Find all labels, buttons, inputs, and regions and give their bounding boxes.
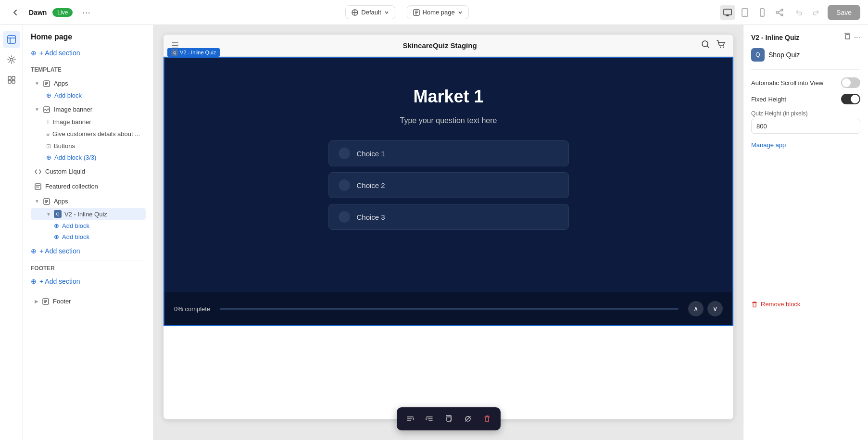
add-block-plus-icon: ⊕	[54, 222, 59, 229]
add-section-top-button[interactable]: ⊕ + Add section	[31, 47, 80, 59]
undo-button[interactable]	[791, 5, 806, 20]
svg-rect-2	[724, 9, 731, 15]
save-button[interactable]: Save	[828, 5, 860, 20]
add-block-plus-icon: ⊕	[54, 233, 59, 240]
choice-label-3: Choice 3	[357, 213, 385, 221]
add-section-plus-icon: ⊕	[31, 277, 37, 285]
browser-nav-icons	[701, 39, 726, 51]
toolbar-hide-button[interactable]	[460, 411, 476, 427]
sidebar-subitem-v2-inline-quiz[interactable]: ▼ Q V2 - Inline Quiz	[31, 208, 146, 220]
shop-quiz-row: Q Shop Quiz	[751, 48, 860, 70]
sidebar-item-featured-collection[interactable]: Featured collection	[31, 180, 146, 193]
toolbar-right-align-button[interactable]	[422, 411, 437, 427]
choice-option-2[interactable]: Choice 2	[328, 172, 569, 198]
shop-quiz-label: Shop Quiz	[768, 51, 800, 59]
progress-text: 0% complete	[174, 305, 210, 313]
shop-quiz-icon: Q	[751, 48, 765, 62]
sidebar-item-custom-liquid[interactable]: Custom Liquid	[31, 165, 146, 178]
desktop-view-button[interactable]	[720, 5, 735, 20]
add-block-v2-2-button[interactable]: ⊕ Add block	[54, 231, 93, 242]
topbar-right: Save	[720, 5, 860, 20]
share-view-button[interactable]	[772, 5, 787, 20]
panel-copy-button[interactable]	[843, 33, 851, 42]
footer-label: Footer	[31, 265, 146, 272]
footer-section: Footer ⊕ + Add section ▶ Footer	[31, 265, 146, 308]
quiz-section: Market 1 Type your question text here Ch…	[164, 57, 733, 326]
live-badge: Live	[52, 8, 73, 17]
panel-title: V2 - Inline Quiz	[751, 34, 799, 41]
svg-point-4	[744, 14, 745, 15]
topbar-left: Dawn Live ···	[8, 5, 94, 20]
theme-selector[interactable]: Default	[345, 5, 395, 19]
blocks-icon-button[interactable]	[3, 71, 20, 88]
section-tag-label: V2 - Inline Quiz	[180, 50, 216, 55]
browser-chrome: ☰ SkincareQuiz Staging Q	[164, 35, 733, 419]
toolbar-left-align-button[interactable]	[403, 411, 418, 427]
chevron-down-icon: ▼	[35, 199, 39, 204]
sidebar-item-featured-collection-label: Featured collection	[45, 183, 98, 190]
footer-add-section-button[interactable]: ⊕ + Add section	[31, 276, 80, 287]
mobile-view-button[interactable]	[755, 5, 770, 20]
remove-block-label: Remove block	[761, 301, 800, 308]
sidebar-item-footer[interactable]: ▶ Footer	[31, 295, 146, 308]
sidebar-subitem-buttons[interactable]: ⊡ Buttons	[31, 140, 146, 152]
progress-nav: ∧ ∨	[688, 301, 723, 316]
search-icon[interactable]	[701, 39, 710, 51]
svg-rect-18	[35, 184, 41, 189]
svg-point-7	[781, 9, 783, 11]
more-menu-button[interactable]: ···	[78, 5, 94, 20]
sidebar-item-apps-bottom-label: Apps	[54, 198, 68, 205]
add-block-apps-button[interactable]: ⊕ Add block	[31, 90, 86, 101]
add-section-mid-button[interactable]: ⊕ + Add section	[31, 245, 80, 257]
apps-section-2: ▼ Apps ▼ Q V2 - Inline Quiz ⊕ Add block	[31, 195, 146, 257]
choice-option-3[interactable]: Choice 3	[328, 204, 569, 230]
choice-radio-3	[339, 211, 350, 223]
back-button[interactable]	[8, 5, 23, 20]
sidebar-icon-column	[0, 25, 23, 440]
choice-radio-2	[339, 179, 350, 191]
sidebar-item-apps-top[interactable]: ▼ Apps	[31, 77, 146, 90]
auto-scroll-toggle[interactable]	[841, 77, 860, 88]
add-section-plus-icon: ⊕	[31, 49, 37, 57]
progress-up-button[interactable]: ∧	[688, 301, 704, 316]
store-name: Dawn	[29, 9, 47, 16]
toolbar-delete-button[interactable]	[479, 411, 495, 427]
remove-block-button[interactable]: Remove block	[751, 293, 800, 308]
panel-more-button[interactable]: ···	[854, 33, 860, 42]
cart-icon[interactable]	[716, 39, 726, 51]
section-tag[interactable]: Q V2 - Inline Quiz	[167, 48, 220, 57]
add-block-v2-1-button[interactable]: ⊕ Add block	[54, 220, 93, 231]
add-block-image-banner-button[interactable]: ⊕ Add block (3/3)	[31, 152, 100, 163]
quiz-height-label: Quiz Height (in pixels)	[751, 110, 860, 117]
progress-bar	[220, 308, 679, 310]
tablet-view-button[interactable]	[737, 5, 753, 20]
image-banner-section: ▼ Image banner T Image banner ≡ Give cus…	[31, 103, 146, 163]
undo-redo	[791, 5, 824, 20]
sections-icon-button[interactable]	[3, 31, 20, 48]
svg-rect-10	[8, 36, 15, 43]
canvas-area: ☰ SkincareQuiz Staging Q	[154, 25, 743, 440]
quiz-height-input[interactable]	[751, 119, 860, 134]
sidebar-item-apps-label: Apps	[54, 80, 68, 87]
section-tag-icon: Q	[171, 49, 178, 56]
page-selector[interactable]: Home page	[407, 5, 469, 19]
progress-down-button[interactable]: ∨	[707, 301, 723, 316]
redo-button[interactable]	[808, 5, 824, 20]
manage-app-link[interactable]: Manage app	[751, 141, 860, 149]
store-display-name: SkincareQuiz Staging	[403, 41, 477, 50]
sidebar-item-custom-liquid-label: Custom Liquid	[45, 168, 85, 175]
sidebar-content: Home page ⊕ + Add section Template ▼ App…	[23, 25, 153, 440]
sidebar-item-image-banner[interactable]: ▼ Image banner	[31, 103, 146, 116]
sidebar-item-apps-bottom[interactable]: ▼ Apps	[31, 195, 146, 208]
template-label: Template	[31, 66, 146, 73]
svg-point-6	[762, 14, 763, 15]
svg-point-8	[776, 12, 778, 13]
fixed-height-toggle[interactable]	[841, 94, 860, 104]
choice-option-1[interactable]: Choice 1	[328, 140, 569, 166]
sidebar-subitem-image-banner[interactable]: T Image banner	[31, 116, 146, 128]
quiz-progress-bar: 0% complete ∧ ∨	[164, 292, 732, 325]
sidebar-subitem-customers-details[interactable]: ≡ Give customers details about ...	[31, 128, 146, 140]
toolbar-duplicate-button[interactable]	[441, 411, 456, 427]
quiz-subtitle: Type your question text here	[400, 116, 497, 125]
settings-icon-button[interactable]	[3, 51, 20, 68]
